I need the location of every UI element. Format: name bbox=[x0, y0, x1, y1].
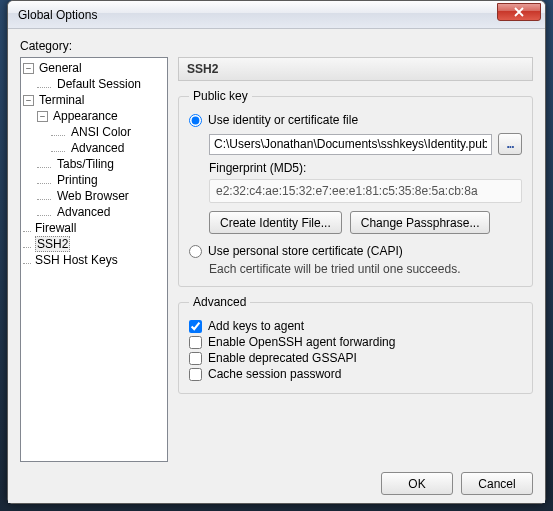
tree-item-firewall[interactable]: Firewall bbox=[23, 220, 165, 236]
window-title: Global Options bbox=[18, 8, 497, 22]
use-capi-label: Use personal store certificate (CAPI) bbox=[208, 244, 403, 258]
tree-item-ssh2[interactable]: SSH2 bbox=[23, 236, 165, 252]
identity-path-input[interactable] bbox=[209, 134, 492, 155]
fingerprint-label: Fingerprint (MD5): bbox=[209, 161, 522, 175]
tree-item-default-session[interactable]: Default Session bbox=[37, 76, 165, 92]
use-capi-radio-input[interactable] bbox=[189, 245, 202, 258]
tree-item-appearance-advanced[interactable]: Advanced bbox=[51, 140, 165, 156]
ellipsis-icon: ... bbox=[506, 137, 513, 151]
use-identity-radio-input[interactable] bbox=[189, 114, 202, 127]
tree-item-general[interactable]: −General bbox=[23, 60, 165, 76]
add-keys-label: Add keys to agent bbox=[208, 319, 304, 333]
gssapi-label: Enable deprecated GSSAPI bbox=[208, 351, 357, 365]
tree-item-ansi-color[interactable]: ANSI Color bbox=[51, 124, 165, 140]
panel-title: SSH2 bbox=[178, 57, 533, 81]
tree-item-appearance[interactable]: −Appearance bbox=[37, 108, 165, 124]
publickey-legend: Public key bbox=[189, 89, 252, 103]
use-capi-radio[interactable]: Use personal store certificate (CAPI) bbox=[189, 244, 522, 258]
fingerprint-value: e2:32:c4:ae:15:32:e7:ee:e1:81:c5:35:8e:5… bbox=[209, 179, 522, 203]
advanced-group: Advanced Add keys to agent Enable OpenSS… bbox=[178, 295, 533, 394]
close-button[interactable] bbox=[497, 3, 541, 21]
category-label: Category: bbox=[20, 39, 533, 53]
tree-item-terminal[interactable]: −Terminal bbox=[23, 92, 165, 108]
add-keys-checkbox-input[interactable] bbox=[189, 320, 202, 333]
content-row: −General Default Session −Terminal −Appe… bbox=[20, 57, 533, 462]
gssapi-checkbox[interactable]: Enable deprecated GSSAPI bbox=[189, 351, 522, 365]
category-tree[interactable]: −General Default Session −Terminal −Appe… bbox=[20, 57, 168, 462]
openssh-fwd-checkbox[interactable]: Enable OpenSSH agent forwarding bbox=[189, 335, 522, 349]
tree-item-terminal-advanced[interactable]: Advanced bbox=[37, 204, 165, 220]
add-keys-checkbox[interactable]: Add keys to agent bbox=[189, 319, 522, 333]
cache-pwd-checkbox-input[interactable] bbox=[189, 368, 202, 381]
browse-button[interactable]: ... bbox=[498, 133, 522, 155]
tree-item-ssh-host-keys[interactable]: SSH Host Keys bbox=[23, 252, 165, 268]
dialog-window: Global Options Category: −General Defaul… bbox=[7, 0, 546, 504]
change-passphrase-button[interactable]: Change Passphrase... bbox=[350, 211, 491, 234]
dialog-body: Category: −General Default Session −Term… bbox=[8, 29, 545, 503]
cancel-button[interactable]: Cancel bbox=[461, 472, 533, 495]
gssapi-checkbox-input[interactable] bbox=[189, 352, 202, 365]
use-identity-label: Use identity or certificate file bbox=[208, 113, 358, 127]
tree-item-printing[interactable]: Printing bbox=[37, 172, 165, 188]
openssh-fwd-label: Enable OpenSSH agent forwarding bbox=[208, 335, 395, 349]
settings-panel: SSH2 Public key Use identity or certific… bbox=[178, 57, 533, 462]
titlebar: Global Options bbox=[8, 1, 545, 29]
cache-pwd-checkbox[interactable]: Cache session password bbox=[189, 367, 522, 381]
advanced-legend: Advanced bbox=[189, 295, 250, 309]
tree-item-web-browser[interactable]: Web Browser bbox=[37, 188, 165, 204]
create-identity-button[interactable]: Create Identity File... bbox=[209, 211, 342, 234]
tree-item-tabs[interactable]: Tabs/Tiling bbox=[37, 156, 165, 172]
ok-button[interactable]: OK bbox=[381, 472, 453, 495]
dialog-footer: OK Cancel bbox=[20, 462, 533, 495]
close-icon bbox=[514, 7, 524, 17]
openssh-fwd-checkbox-input[interactable] bbox=[189, 336, 202, 349]
capi-note: Each certificate will be tried until one… bbox=[209, 262, 522, 276]
cache-pwd-label: Cache session password bbox=[208, 367, 341, 381]
use-identity-radio[interactable]: Use identity or certificate file bbox=[189, 113, 522, 127]
publickey-group: Public key Use identity or certificate f… bbox=[178, 89, 533, 287]
